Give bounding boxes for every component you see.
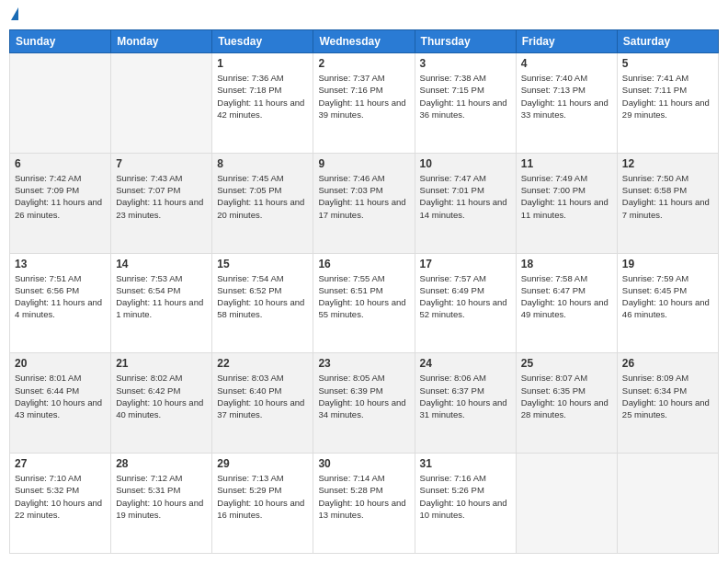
day-number: 10 bbox=[420, 157, 511, 170]
day-number: 9 bbox=[318, 157, 409, 170]
calendar-cell: 16Sunrise: 7:55 AMSunset: 6:51 PMDayligh… bbox=[313, 253, 415, 353]
day-info: Sunrise: 7:46 AMSunset: 7:03 PMDaylight:… bbox=[318, 172, 409, 221]
weekday-header-saturday: Saturday bbox=[617, 30, 718, 53]
day-info: Sunrise: 7:55 AMSunset: 6:51 PMDaylight:… bbox=[318, 272, 409, 321]
day-number: 15 bbox=[217, 258, 308, 270]
day-number: 1 bbox=[217, 57, 308, 70]
day-number: 25 bbox=[521, 357, 612, 370]
calendar-cell: 19Sunrise: 7:59 AMSunset: 6:45 PMDayligh… bbox=[617, 253, 718, 353]
calendar-cell: 4Sunrise: 7:40 AMSunset: 7:13 PMDaylight… bbox=[516, 53, 617, 154]
day-number: 28 bbox=[116, 457, 207, 470]
week-row-0: 1Sunrise: 7:36 AMSunset: 7:18 PMDaylight… bbox=[10, 53, 719, 154]
day-info: Sunrise: 7:50 AMSunset: 6:58 PMDaylight:… bbox=[622, 172, 713, 221]
week-row-4: 27Sunrise: 7:10 AMSunset: 5:32 PMDayligh… bbox=[10, 454, 719, 554]
page: SundayMondayTuesdayWednesdayThursdayFrid… bbox=[0, 0, 728, 563]
calendar-cell bbox=[10, 53, 111, 154]
day-number: 19 bbox=[622, 258, 713, 270]
weekday-header-row: SundayMondayTuesdayWednesdayThursdayFrid… bbox=[10, 30, 719, 53]
day-number: 29 bbox=[217, 457, 308, 470]
week-row-1: 6Sunrise: 7:42 AMSunset: 7:09 PMDaylight… bbox=[10, 153, 719, 253]
weekday-header-wednesday: Wednesday bbox=[313, 30, 415, 53]
day-info: Sunrise: 7:42 AMSunset: 7:09 PMDaylight:… bbox=[15, 172, 106, 221]
day-number: 31 bbox=[420, 457, 511, 470]
calendar-cell: 22Sunrise: 8:03 AMSunset: 6:40 PMDayligh… bbox=[212, 353, 313, 454]
calendar-cell: 17Sunrise: 7:57 AMSunset: 6:49 PMDayligh… bbox=[415, 253, 516, 353]
calendar-cell: 6Sunrise: 7:42 AMSunset: 7:09 PMDaylight… bbox=[10, 153, 111, 253]
day-info: Sunrise: 7:57 AMSunset: 6:49 PMDaylight:… bbox=[420, 272, 511, 321]
calendar-cell: 9Sunrise: 7:46 AMSunset: 7:03 PMDaylight… bbox=[313, 153, 415, 253]
day-info: Sunrise: 7:12 AMSunset: 5:31 PMDaylight:… bbox=[116, 472, 207, 521]
day-number: 8 bbox=[217, 157, 308, 170]
calendar-cell: 12Sunrise: 7:50 AMSunset: 6:58 PMDayligh… bbox=[617, 153, 718, 253]
day-number: 11 bbox=[521, 157, 612, 170]
day-number: 4 bbox=[521, 57, 612, 70]
logo-icon bbox=[11, 7, 18, 20]
calendar-cell: 14Sunrise: 7:53 AMSunset: 6:54 PMDayligh… bbox=[111, 253, 212, 353]
day-info: Sunrise: 8:02 AMSunset: 6:42 PMDaylight:… bbox=[116, 372, 207, 420]
day-number: 7 bbox=[116, 157, 207, 170]
calendar-cell: 24Sunrise: 8:06 AMSunset: 6:37 PMDayligh… bbox=[415, 353, 516, 454]
header bbox=[9, 9, 719, 22]
calendar-cell: 29Sunrise: 7:13 AMSunset: 5:29 PMDayligh… bbox=[212, 454, 313, 554]
day-info: Sunrise: 7:10 AMSunset: 5:32 PMDaylight:… bbox=[15, 472, 106, 521]
calendar-cell bbox=[617, 454, 718, 554]
calendar-cell: 28Sunrise: 7:12 AMSunset: 5:31 PMDayligh… bbox=[111, 454, 212, 554]
calendar-table: SundayMondayTuesdayWednesdayThursdayFrid… bbox=[9, 29, 719, 554]
day-info: Sunrise: 7:13 AMSunset: 5:29 PMDaylight:… bbox=[217, 472, 308, 521]
day-number: 24 bbox=[420, 357, 511, 370]
day-info: Sunrise: 7:40 AMSunset: 7:13 PMDaylight:… bbox=[521, 72, 612, 121]
weekday-header-monday: Monday bbox=[111, 30, 212, 53]
calendar-cell bbox=[111, 53, 212, 154]
calendar-cell: 31Sunrise: 7:16 AMSunset: 5:26 PMDayligh… bbox=[415, 454, 516, 554]
day-number: 6 bbox=[15, 157, 106, 170]
day-info: Sunrise: 7:16 AMSunset: 5:26 PMDaylight:… bbox=[420, 472, 511, 521]
day-number: 17 bbox=[420, 258, 511, 270]
day-info: Sunrise: 7:59 AMSunset: 6:45 PMDaylight:… bbox=[622, 272, 713, 321]
day-info: Sunrise: 7:58 AMSunset: 6:47 PMDaylight:… bbox=[521, 272, 612, 321]
day-info: Sunrise: 8:06 AMSunset: 6:37 PMDaylight:… bbox=[420, 372, 511, 420]
calendar-cell: 21Sunrise: 8:02 AMSunset: 6:42 PMDayligh… bbox=[111, 353, 212, 454]
calendar-cell: 15Sunrise: 7:54 AMSunset: 6:52 PMDayligh… bbox=[212, 253, 313, 353]
calendar-cell: 8Sunrise: 7:45 AMSunset: 7:05 PMDaylight… bbox=[212, 153, 313, 253]
calendar-cell: 3Sunrise: 7:38 AMSunset: 7:15 PMDaylight… bbox=[415, 53, 516, 154]
calendar-cell: 5Sunrise: 7:41 AMSunset: 7:11 PMDaylight… bbox=[617, 53, 718, 154]
day-info: Sunrise: 7:51 AMSunset: 6:56 PMDaylight:… bbox=[15, 272, 106, 321]
weekday-header-sunday: Sunday bbox=[10, 30, 111, 53]
day-number: 14 bbox=[116, 258, 207, 270]
day-info: Sunrise: 8:09 AMSunset: 6:34 PMDaylight:… bbox=[622, 372, 713, 420]
day-info: Sunrise: 8:03 AMSunset: 6:40 PMDaylight:… bbox=[217, 372, 308, 420]
weekday-header-thursday: Thursday bbox=[415, 30, 516, 53]
day-number: 13 bbox=[15, 258, 106, 270]
day-info: Sunrise: 7:38 AMSunset: 7:15 PMDaylight:… bbox=[420, 72, 511, 121]
day-number: 2 bbox=[318, 57, 409, 70]
day-info: Sunrise: 7:49 AMSunset: 7:00 PMDaylight:… bbox=[521, 172, 612, 221]
logo bbox=[9, 9, 20, 22]
day-number: 27 bbox=[15, 457, 106, 470]
weekday-header-tuesday: Tuesday bbox=[212, 30, 313, 53]
day-info: Sunrise: 7:43 AMSunset: 7:07 PMDaylight:… bbox=[116, 172, 207, 221]
day-info: Sunrise: 7:37 AMSunset: 7:16 PMDaylight:… bbox=[318, 72, 409, 121]
day-number: 3 bbox=[420, 57, 511, 70]
day-number: 21 bbox=[116, 357, 207, 370]
day-number: 20 bbox=[15, 357, 106, 370]
calendar-cell: 11Sunrise: 7:49 AMSunset: 7:00 PMDayligh… bbox=[516, 153, 617, 253]
day-number: 26 bbox=[622, 357, 713, 370]
calendar-cell: 2Sunrise: 7:37 AMSunset: 7:16 PMDaylight… bbox=[313, 53, 415, 154]
day-number: 5 bbox=[622, 57, 713, 70]
day-info: Sunrise: 8:05 AMSunset: 6:39 PMDaylight:… bbox=[318, 372, 409, 420]
day-info: Sunrise: 7:45 AMSunset: 7:05 PMDaylight:… bbox=[217, 172, 308, 221]
day-info: Sunrise: 7:47 AMSunset: 7:01 PMDaylight:… bbox=[420, 172, 511, 221]
day-info: Sunrise: 8:07 AMSunset: 6:35 PMDaylight:… bbox=[521, 372, 612, 420]
day-number: 16 bbox=[318, 258, 409, 270]
calendar-cell: 26Sunrise: 8:09 AMSunset: 6:34 PMDayligh… bbox=[617, 353, 718, 454]
calendar-cell: 13Sunrise: 7:51 AMSunset: 6:56 PMDayligh… bbox=[10, 253, 111, 353]
day-number: 18 bbox=[521, 258, 612, 270]
week-row-3: 20Sunrise: 8:01 AMSunset: 6:44 PMDayligh… bbox=[10, 353, 719, 454]
weekday-header-friday: Friday bbox=[516, 30, 617, 53]
calendar-cell: 25Sunrise: 8:07 AMSunset: 6:35 PMDayligh… bbox=[516, 353, 617, 454]
day-info: Sunrise: 7:36 AMSunset: 7:18 PMDaylight:… bbox=[217, 72, 308, 121]
day-number: 23 bbox=[318, 357, 409, 370]
calendar-cell: 30Sunrise: 7:14 AMSunset: 5:28 PMDayligh… bbox=[313, 454, 415, 554]
day-info: Sunrise: 8:01 AMSunset: 6:44 PMDaylight:… bbox=[15, 372, 106, 420]
day-number: 12 bbox=[622, 157, 713, 170]
